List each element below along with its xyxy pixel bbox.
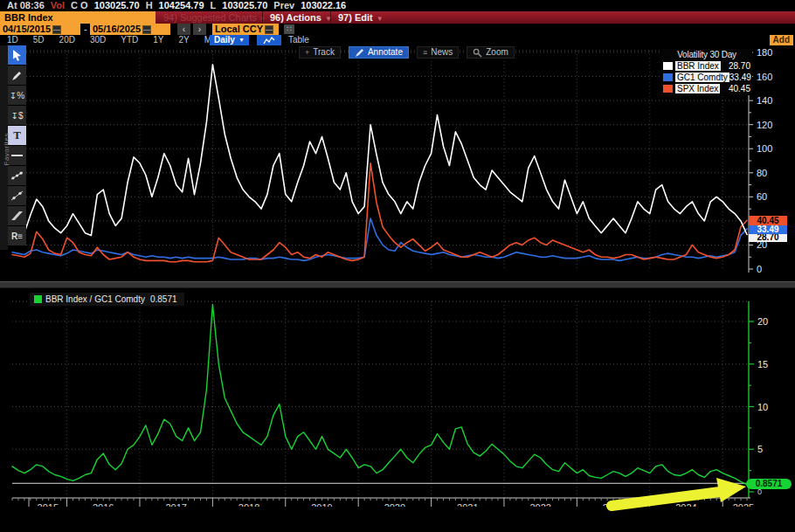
series-swatch <box>663 85 673 93</box>
green-swatch <box>34 295 42 303</box>
range-tab-1y[interactable]: 1Y <box>153 35 163 45</box>
annotate-button[interactable]: Annotate <box>349 46 409 59</box>
track-button[interactable]: +Track <box>299 46 341 59</box>
date-separator: - <box>84 24 87 35</box>
svg-text:80: 80 <box>757 168 767 178</box>
range-tab-30d[interactable]: 30D <box>90 35 106 45</box>
legend-row-bbr[interactable]: BBR Index28.70 <box>663 60 750 71</box>
currency-options-button[interactable]: ∷ <box>284 24 294 34</box>
legend-title: Volatility 30 Day <box>663 50 750 59</box>
svg-text:2024: 2024 <box>675 502 696 507</box>
svg-text:5: 5 <box>757 444 763 454</box>
line-chart-type-button[interactable] <box>257 35 281 45</box>
legend-row-gc1[interactable]: GC1 Comdty33.49 <box>663 72 750 82</box>
zoom-icon <box>473 48 482 58</box>
svg-text:2016: 2016 <box>93 502 114 507</box>
svg-text:120: 120 <box>757 120 772 130</box>
svg-text:60: 60 <box>757 191 767 202</box>
quote-segment: 103025.70 <box>222 0 267 10</box>
last-value-badge-ratio: 0.8571 <box>746 479 792 489</box>
grid-icon <box>265 25 273 34</box>
quote-segment: C O <box>71 0 88 10</box>
channel-tool-icon[interactable] <box>8 206 26 225</box>
favorites-label: Favorites <box>3 105 10 166</box>
favorites-tab[interactable]: Favorites <box>0 45 8 250</box>
prev-period-button[interactable]: ‹ <box>177 24 190 35</box>
calendar-icon[interactable] <box>52 25 61 34</box>
ratio-legend-value: 0.8571 <box>150 294 177 304</box>
calendar-icon[interactable] <box>142 25 151 34</box>
svg-text:2019: 2019 <box>311 502 332 507</box>
news-button[interactable]: ≡News <box>417 46 459 59</box>
drawing-tools-sidebar: Favorites ↧%↧$TR≡ <box>0 45 26 250</box>
chart-panel-divider[interactable] <box>0 281 795 288</box>
start-date-input[interactable]: 04/15/2015 <box>0 24 80 35</box>
regression-tool-icon[interactable]: R≡ <box>8 226 26 245</box>
annotate-icon <box>355 48 364 58</box>
pencil-icon[interactable] <box>8 66 26 85</box>
legend-row-spx[interactable]: SPX Index40.45 <box>663 83 750 93</box>
text-tool-icon[interactable]: T <box>8 126 26 145</box>
svg-text:2018: 2018 <box>238 502 259 507</box>
horizontal-line-tool-icon[interactable] <box>8 146 26 165</box>
zoom-button[interactable]: Zoom <box>467 46 515 59</box>
quote-segment: 103022.16 <box>301 0 346 10</box>
series-swatch <box>663 62 673 70</box>
bloomberg-terminal-window: At 08:36VolC O103025.70H104254.79L103025… <box>0 0 795 532</box>
range-tab-2y[interactable]: 2Y <box>179 35 190 45</box>
chart-annotation-toolbar: +TrackAnnotate≡NewsZoom <box>299 46 515 59</box>
svg-text:0: 0 <box>757 264 762 274</box>
track-icon: + <box>305 47 309 58</box>
trendline-points-tool-icon[interactable] <box>8 186 26 205</box>
edit-menu[interactable]: 97) Edit▼ <box>330 11 392 24</box>
svg-text:140: 140 <box>757 95 772 106</box>
cursor-icon[interactable] <box>8 45 26 65</box>
quote-summary-bar: At 08:36VolC O103025.70H104254.79L103025… <box>0 0 795 11</box>
quote-segment: 104254.79 <box>159 0 204 10</box>
suggested-charts-menu[interactable]: 94) Suggested Charts » <box>163 11 265 24</box>
ratio-legend[interactable]: BBR Index / GC1 Comdty 0.8571 <box>30 293 184 306</box>
dollar-retrace-icon[interactable]: ↧$ <box>8 106 26 125</box>
svg-text:2025: 2025 <box>733 502 754 507</box>
trendline-tool-icon[interactable] <box>8 166 26 185</box>
series-last-value: 28.70 <box>729 61 750 71</box>
table-view-button[interactable]: Table <box>288 35 309 45</box>
svg-text:2021: 2021 <box>457 502 478 507</box>
series-label: GC1 Comdty <box>675 73 729 82</box>
range-tab-ytd[interactable]: YTD <box>121 35 138 45</box>
svg-text:180: 180 <box>757 47 772 58</box>
security-menu-bar: BBR Index 94) Suggested Charts » 96) Act… <box>0 11 795 24</box>
currency-select[interactable]: Local CCY <box>212 24 279 35</box>
quote-segment: 103025.70 <box>94 0 140 10</box>
end-date-input[interactable]: 05/16/2025 <box>90 24 170 35</box>
range-toolbar: 1D5D20D30DYTD1Y2YMax Daily▼ Table Add <box>0 35 795 45</box>
actions-menu[interactable]: 96) Actions▼ <box>262 11 341 24</box>
next-period-button[interactable]: › <box>193 24 206 35</box>
series-swatch <box>663 73 673 81</box>
add-security-button[interactable]: Add <box>770 35 793 45</box>
news-icon: ≡ <box>423 47 427 58</box>
svg-text:160: 160 <box>757 72 772 82</box>
range-tab-20d[interactable]: 20D <box>59 35 75 45</box>
range-tab-5d[interactable]: 5D <box>33 35 45 45</box>
chevron-down-icon: ▼ <box>377 15 384 23</box>
percent-retrace-icon[interactable]: ↧% <box>8 86 26 105</box>
date-range-bar: 04/15/2015 - 05/16/2025 ‹ › Local CCY ∷ <box>0 24 795 35</box>
last-price-badge-gc1: 33.49 <box>749 225 787 234</box>
quote-segment: At 08:36 <box>7 0 45 10</box>
range-tab-group: 1D5D20D30DYTD1Y2YMax <box>0 35 229 45</box>
svg-text:15: 15 <box>757 359 768 370</box>
series-last-value: 40.45 <box>729 84 750 93</box>
ratio-chart[interactable]: 5101520020152016201720182019202020212022… <box>0 288 795 507</box>
range-tab-1d[interactable]: 1D <box>7 35 18 45</box>
svg-text:2022: 2022 <box>529 502 550 507</box>
chart-workspace: 204060801001201401601800 510152002015201… <box>0 45 795 532</box>
svg-text:2023: 2023 <box>603 502 624 507</box>
security-ticker-field[interactable]: BBR Index <box>0 11 156 24</box>
quote-segment: Vol <box>51 0 65 10</box>
last-price-badge-spx: 40.45 <box>749 216 787 225</box>
line-chart-icon <box>263 37 275 45</box>
chevron-down-icon: ▼ <box>238 35 245 45</box>
svg-text:10: 10 <box>757 402 768 412</box>
period-select-daily[interactable]: Daily▼ <box>210 35 249 45</box>
